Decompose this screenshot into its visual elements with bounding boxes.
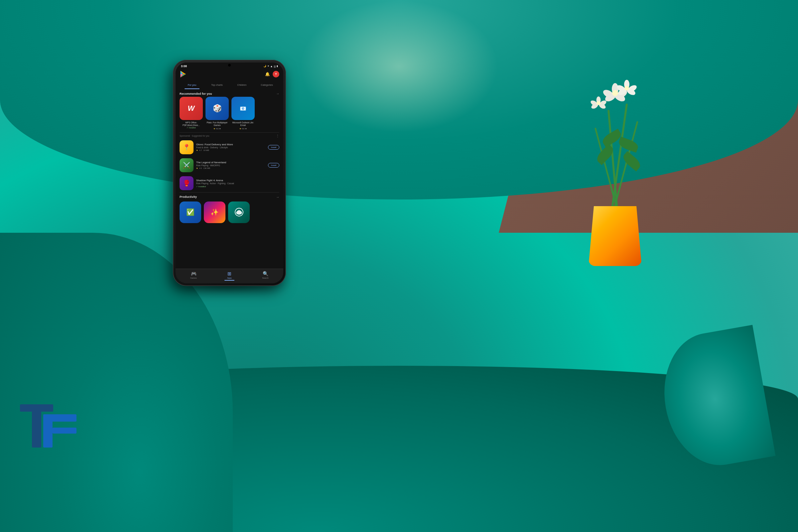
shadow-fight-icon: 🥊 <box>179 176 193 190</box>
shadow-fight-badge: ✓ Installed <box>196 185 279 188</box>
glovo-category: Food & drink · Delivery · Lifestyle <box>196 146 265 149</box>
recommended-header: Recommended for you → <box>175 89 283 97</box>
status-icons: 🌙 ✦ ▲ ||| ▮ <box>263 65 278 68</box>
signal-icon: ||| <box>274 65 276 68</box>
productivity-scroll: ✅ ✨ <box>175 200 283 226</box>
tf-watermark <box>20 404 80 459</box>
apps-active-indicator <box>225 280 234 281</box>
nav-games[interactable]: 🎮 Games <box>175 271 211 281</box>
wps-name: WPS Office-PDF,Word,Shee... <box>179 121 203 127</box>
apps-nav-icon: ⊞ <box>227 271 231 276</box>
neverland-size: 136 MB <box>203 167 210 169</box>
glovo-name: Glovo: Food Delivery and More <box>196 143 265 146</box>
games-nav-icon: 🎮 <box>191 271 196 276</box>
play-top-row: 🔔 T <box>179 71 279 78</box>
outlook-logo: 📧 <box>240 106 246 112</box>
flower-stems <box>582 76 648 209</box>
flower-3 <box>592 96 605 110</box>
play-nav-tabs: For you Top charts Children Categories <box>179 80 279 89</box>
productivity-arrow[interactable]: → <box>276 195 279 199</box>
shadow-fight-logo: 🥊 <box>183 179 190 187</box>
glovo-logo: 📍 <box>183 144 190 151</box>
tab-children[interactable]: Children <box>229 80 254 89</box>
list-item-neverland[interactable]: ⚔️ The Legend of Neverland Role Playing … <box>175 156 283 174</box>
sponsored-header: Sponsored · Suggested for you ⋮ <box>175 133 283 138</box>
flower-pot <box>589 206 642 266</box>
productivity-title: Productivity <box>179 195 197 198</box>
svg-rect-3 <box>43 414 53 448</box>
neverland-name: The Legend of Neverland <box>196 161 265 164</box>
list-item-glovo[interactable]: 📍 Glovo: Food Delivery and More Food & d… <box>175 138 283 156</box>
tab-categories[interactable]: Categories <box>254 80 279 89</box>
glovo-meta: ★ 4.7 19 MB <box>196 149 265 151</box>
wps-logo-text: W <box>188 104 195 113</box>
flower-2 <box>619 80 635 96</box>
plato-icon: 🎲 <box>206 97 229 120</box>
phone: 3:08 🌙 ✦ ▲ ||| ▮ <box>173 60 286 286</box>
app-card-wps[interactable]: W WPS Office-PDF,Word,Shee... ✓ Installe… <box>179 97 203 130</box>
outlook-name: Microsoft Outlook Lite: Email <box>231 121 255 127</box>
glovo-star: ★ <box>196 149 198 151</box>
front-camera <box>228 64 231 66</box>
list-item-shadow-fight[interactable]: 🥊 Shadow Fight 4: Arena Role Playing · A… <box>175 174 283 192</box>
outlook-icon: 📧 <box>231 97 255 120</box>
play-header-actions: 🔔 T <box>265 71 279 77</box>
games-nav-label: Games <box>190 277 196 279</box>
tab-top-charts[interactable]: Top charts <box>205 80 229 89</box>
outlook-rating: ★ 4.6 ★ <box>231 127 255 130</box>
battery-icon: ▮ <box>277 65 278 68</box>
sponsored-text: Sponsored · Suggested for you <box>179 135 209 137</box>
wifi-icon: ▲ <box>270 65 273 68</box>
play-store-header: 🔔 T For you Top charts Children <box>175 69 283 89</box>
star-icon: ✦ <box>267 65 269 68</box>
neverland-category: Role Playing · MMORPG <box>196 164 265 167</box>
bottom-nav: 🎮 Games ⊞ Apps 🔍 Search <box>175 269 283 283</box>
neverland-info: The Legend of Neverland Role Playing · M… <box>196 161 265 169</box>
microsoft365-icon[interactable]: ✨ <box>204 202 225 223</box>
nav-search[interactable]: 🔍 Search <box>247 271 283 281</box>
plato-rating: ★ 4.6 ★ <box>206 127 229 130</box>
neverland-logo: ⚔️ <box>183 162 190 169</box>
flower-decoration <box>549 17 682 266</box>
todoist-logo: ✅ <box>186 208 194 216</box>
plato-logo: 🎲 <box>213 104 222 113</box>
play-store-logo <box>179 71 187 78</box>
notifications-icon[interactable]: 🔔 <box>265 72 270 76</box>
glovo-size: 19 MB <box>203 149 209 151</box>
plato-star: ★ <box>213 128 215 130</box>
app-card-plato[interactable]: 🎲 Plato: Fun Multiplayer Games ★ 4.6 ★ <box>206 97 229 130</box>
outlook-star: ★ <box>240 128 241 130</box>
shadow-fight-category: Role Playing · Action · Fighting · Casua… <box>196 182 279 185</box>
glovo-icon: 📍 <box>179 140 193 154</box>
moon-icon: 🌙 <box>263 65 266 68</box>
shadow-fight-info: Shadow Fight 4: Arena Role Playing · Act… <box>196 179 279 188</box>
wps-icon: W <box>179 97 203 120</box>
todoist-icon[interactable]: ✅ <box>179 202 201 223</box>
productivity-header: Productivity → <box>175 192 283 200</box>
chatgpt-icon[interactable] <box>228 202 250 223</box>
app-card-outlook[interactable]: 📧 Microsoft Outlook Lite: Email ★ 4.6 ★ <box>231 97 255 130</box>
search-nav-icon: 🔍 <box>263 271 268 276</box>
phone-screen: 3:08 🌙 ✦ ▲ ||| ▮ <box>175 62 283 283</box>
recommended-scroll: W WPS Office-PDF,Word,Shee... ✓ Installe… <box>175 97 283 132</box>
svg-rect-1 <box>32 404 41 448</box>
chatgpt-logo-svg <box>234 207 244 217</box>
svg-rect-4 <box>53 428 76 434</box>
recommended-arrow[interactable]: → <box>276 92 279 95</box>
neverland-meta: ★ 4.5 136 MB <box>196 167 265 169</box>
neverland-install-button[interactable]: Install <box>268 163 279 168</box>
apps-nav-label: Apps <box>227 277 232 279</box>
recommended-title: Recommended for you <box>179 92 212 95</box>
user-avatar[interactable]: T <box>273 71 279 77</box>
search-nav-label: Search <box>262 277 268 279</box>
shadow-fight-name: Shadow Fight 4: Arena <box>196 179 279 182</box>
glovo-install-button[interactable]: Install <box>268 145 279 150</box>
plato-name: Plato: Fun Multiplayer Games <box>206 121 229 127</box>
phone-body: 3:08 🌙 ✦ ▲ ||| ▮ <box>173 60 286 286</box>
glovo-info: Glovo: Food Delivery and More Food & dri… <box>196 143 265 151</box>
nav-apps[interactable]: ⊞ Apps <box>211 271 247 281</box>
clock: 3:08 <box>181 64 187 68</box>
more-options-icon[interactable]: ⋮ <box>276 134 279 138</box>
tab-for-you[interactable]: For you <box>179 80 205 89</box>
wps-badge: ✓ Installed <box>179 127 203 129</box>
